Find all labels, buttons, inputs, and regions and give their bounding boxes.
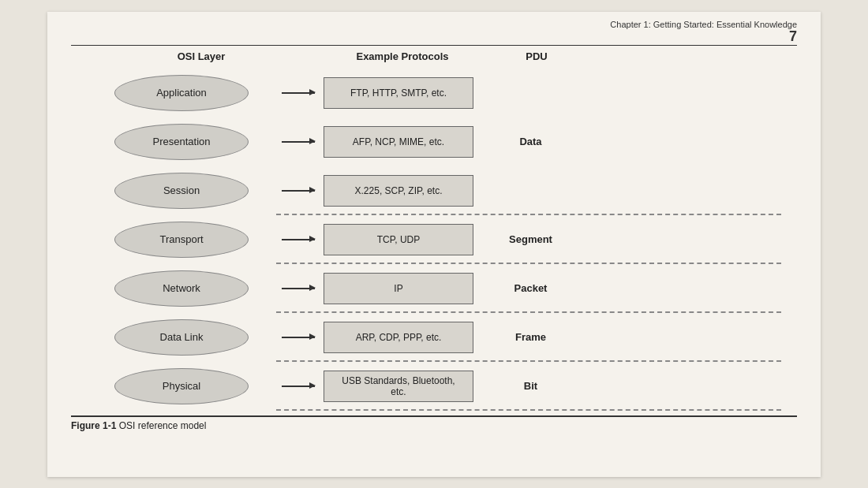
protocol-col-physical: USB Standards, Bluetooth, etc.	[320, 371, 477, 402]
protocol-box-datalink: ARP, CDP, PPP, etc.	[324, 322, 473, 353]
figure-label: Figure 1-1	[71, 420, 116, 431]
protocol-col-datalink: ARP, CDP, PPP, etc.	[320, 322, 477, 353]
layer-row-transport: TransportTCP, UDPSegment	[87, 215, 781, 264]
arrow-network	[276, 288, 320, 289]
layer-row-network: NetworkIPPacket	[87, 264, 781, 313]
pdu-label-transport: Segment	[509, 233, 552, 245]
protocol-box-session: X.225, SCP, ZIP, etc.	[324, 175, 473, 207]
layers-list: ApplicationFTP, HTTP, SMTP, etc.Presenta…	[87, 69, 781, 411]
arrow-presentation	[276, 141, 320, 143]
layer-oval-col-application: Application	[87, 75, 276, 111]
layer-row-physical: PhysicalUSB Standards, Bluetooth, etc.Bi…	[87, 362, 781, 411]
page: Chapter 1: Getting Started: Essential Kn…	[47, 12, 821, 477]
layer-oval-physical: Physical	[114, 368, 249, 404]
arrow-line-transport	[282, 239, 315, 240]
arrow-line-application	[282, 92, 315, 94]
col-header-osi: OSI Layer	[126, 50, 276, 62]
protocol-col-transport: TCP, UDP	[320, 224, 477, 255]
figure-text: OSI reference model	[119, 420, 207, 431]
arrow-line-network	[282, 288, 315, 289]
figure-caption: Figure 1-1 OSI reference model	[71, 415, 797, 431]
layer-oval-transport: Transport	[114, 222, 249, 258]
protocol-col-presentation: AFP, NCP, MIME, etc.	[320, 126, 477, 158]
protocol-box-application: FTP, HTTP, SMTP, etc.	[324, 77, 473, 109]
column-headers: OSI Layer Example Protocols PDU	[87, 50, 781, 62]
layer-oval-session: Session	[114, 173, 249, 209]
layer-row-session: SessionX.225, SCP, ZIP, etc.	[87, 166, 781, 215]
layer-row-presentation: PresentationAFP, NCP, MIME, etc.Data	[87, 117, 781, 166]
protocol-col-session: X.225, SCP, ZIP, etc.	[320, 175, 477, 207]
protocol-box-network: IP	[324, 273, 473, 304]
layer-oval-datalink: Data Link	[114, 319, 249, 356]
protocol-col-application: FTP, HTTP, SMTP, etc.	[320, 77, 477, 109]
layer-oval-col-datalink: Data Link	[87, 319, 276, 356]
pdu-label-presentation: Data	[519, 136, 541, 147]
page-number: 7	[610, 29, 797, 43]
osi-diagram: OSI Layer Example Protocols PDU Applicat…	[71, 50, 797, 411]
pdu-col-datalink: Frame	[477, 331, 572, 343]
pdu-label-physical: Bit	[524, 380, 537, 392]
protocol-box-physical: USB Standards, Bluetooth, etc.	[324, 371, 473, 402]
protocol-box-presentation: AFP, NCP, MIME, etc.	[324, 126, 473, 158]
layer-oval-col-physical: Physical	[87, 368, 276, 404]
pdu-label-datalink: Frame	[515, 331, 546, 343]
pdu-col-transport: Segment	[477, 233, 572, 245]
col-header-pdu: PDU	[497, 50, 576, 62]
layer-row-datalink: Data LinkARP, CDP, PPP, etc.Frame	[87, 313, 781, 362]
layer-oval-col-network: Network	[87, 270, 276, 307]
layer-oval-col-session: Session	[87, 173, 276, 209]
page-header: Chapter 1: Getting Started: Essential Kn…	[71, 20, 797, 46]
arrow-line-session	[282, 190, 315, 192]
protocol-box-transport: TCP, UDP	[324, 224, 473, 255]
pdu-col-physical: Bit	[477, 380, 572, 392]
arrow-line-datalink	[282, 337, 315, 338]
arrow-application	[276, 92, 320, 94]
layer-oval-presentation: Presentation	[114, 124, 249, 160]
pdu-label-network: Packet	[514, 282, 548, 294]
layer-oval-col-transport: Transport	[87, 222, 276, 258]
arrow-datalink	[276, 337, 320, 338]
arrow-line-presentation	[282, 141, 315, 143]
chapter-title: Chapter 1: Getting Started: Essential Kn…	[610, 20, 797, 29]
layer-oval-col-presentation: Presentation	[87, 124, 276, 160]
layer-row-application: ApplicationFTP, HTTP, SMTP, etc.	[87, 69, 781, 117]
arrow-transport	[276, 239, 320, 240]
pdu-col-presentation: Data	[477, 136, 572, 147]
arrow-session	[276, 190, 320, 192]
pdu-col-network: Packet	[477, 282, 572, 294]
arrow-physical	[276, 386, 320, 387]
layer-oval-network: Network	[114, 270, 249, 307]
arrow-line-physical	[282, 386, 315, 387]
col-header-protocols: Example Protocols	[324, 50, 481, 62]
layer-oval-application: Application	[114, 75, 249, 111]
protocol-col-network: IP	[320, 273, 477, 304]
